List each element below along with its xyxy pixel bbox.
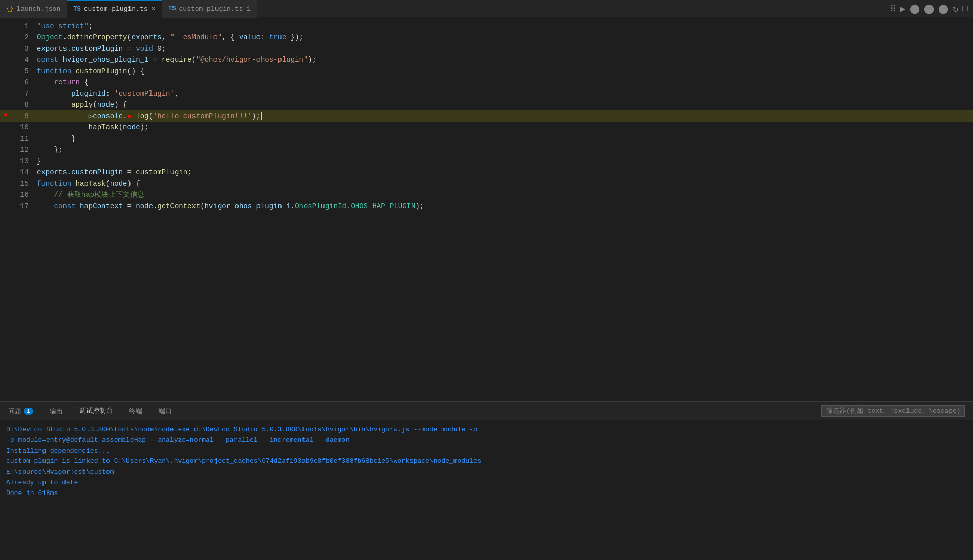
- panel-tab-label-terminal: 终端: [129, 407, 142, 416]
- panel-tab-label-ports: 端口: [159, 407, 172, 416]
- line-content-6: return {: [37, 77, 973, 88]
- token: function: [37, 67, 71, 75]
- code-line-2: 2Object.defineProperty(exports, "__esMod…: [0, 32, 973, 43]
- line-content-1: "use strict";: [37, 20, 973, 32]
- line-content-9: ▷console.● log('hello customPlugin!!!');: [37, 110, 973, 122]
- debug-breakpoint-9: ●: [4, 110, 8, 119]
- code-line-4: 4const hvigor_ohos_plugin_1 = require("@…: [0, 54, 973, 65]
- token: (: [200, 202, 204, 210]
- panel-line: -p module=entry@default assembleHap --an…: [6, 435, 967, 446]
- token: ,: [175, 89, 179, 98]
- token: return: [54, 78, 80, 86]
- token: .: [67, 168, 71, 176]
- tab-label-launch-json: launch.json: [16, 5, 60, 13]
- token: OhosPluginId: [295, 202, 347, 210]
- toolbar-icon-7[interactable]: □: [962, 4, 968, 14]
- panel-content: D:\DevEco Studio 5.0.3.800\tools\node\no…: [0, 420, 973, 560]
- panel-line: Done in 618ms: [6, 488, 967, 499]
- tab-custom-plugin-ts[interactable]: TS custom-plugin.ts ×: [67, 0, 162, 18]
- toolbar-icon-2[interactable]: ▶: [900, 3, 906, 14]
- panel-tab-terminal[interactable]: 终端: [121, 402, 150, 420]
- code-line-10: 10 hapTask(node);: [0, 122, 973, 133]
- token: .: [291, 202, 295, 210]
- breakpoint-area-9[interactable]: ●: [0, 110, 11, 119]
- token: =: [123, 44, 136, 53]
- line-content-3: exports.customPlugin = void 0;: [37, 43, 973, 54]
- token: hapTask: [76, 180, 106, 188]
- line-content-8: apply(node) {: [37, 99, 973, 110]
- toolbar-right: ⠿ ▶ ⬤ ⬤ ⬤ ↻ □: [884, 3, 974, 14]
- token: [37, 89, 71, 98]
- line-content-13: }: [37, 155, 973, 167]
- line-content-4: const hvigor_ohos_plugin_1 = require("@o…: [37, 54, 973, 65]
- token: customPlugin: [71, 168, 123, 176]
- panel-line: Installing dependencies...: [6, 446, 967, 457]
- token: [37, 101, 71, 109]
- token: hapContext: [80, 202, 123, 210]
- line-number-3: 3: [11, 43, 37, 54]
- tab-custom-plugin-ts-1[interactable]: TS custom-plugin.ts 1: [162, 0, 257, 18]
- filter-input[interactable]: [821, 405, 965, 417]
- panel-tabs: 问题 1 输出 调试控制台 终端 端口: [0, 402, 973, 420]
- toolbar-icon-1[interactable]: ⠿: [890, 3, 896, 14]
- code-line-17: 17 const hapContext = node.getContext(hv…: [0, 200, 973, 212]
- token: () {: [127, 67, 144, 75]
- line-number-15: 15: [11, 178, 37, 189]
- tab-label-custom-plugin-ts: custom-plugin.ts: [84, 5, 148, 13]
- token: void: [136, 44, 153, 53]
- panel-tab-problems[interactable]: 问题 1: [0, 402, 41, 420]
- token: 'customPlugin': [114, 89, 175, 98]
- token: customPlugin: [136, 168, 187, 176]
- tab-bar: {} launch.json TS custom-plugin.ts × TS …: [0, 0, 973, 18]
- toolbar-icon-3[interactable]: ⬤: [910, 3, 920, 14]
- line-content-10: hapTask(node);: [37, 122, 973, 133]
- toolbar-icon-4[interactable]: ⬤: [924, 3, 934, 14]
- token: hvigor_ohos_plugin_1: [62, 56, 148, 64]
- token: (: [105, 180, 110, 188]
- token: [37, 191, 54, 199]
- tab-launch-json[interactable]: {} launch.json: [0, 0, 67, 18]
- editor-area: 1"use strict";2Object.defineProperty(exp…: [0, 18, 973, 401]
- token: exports: [132, 33, 162, 41]
- code-line-11: 11 }: [0, 133, 973, 144]
- code-line-7: 7 pluginId: 'customPlugin',: [0, 88, 973, 99]
- panel-tab-label-debug: 调试控制台: [79, 406, 113, 415]
- line-number-7: 7: [11, 88, 37, 99]
- token: }: [37, 157, 41, 165]
- token: Object: [37, 33, 62, 41]
- token: :: [105, 89, 114, 98]
- problems-badge: 1: [24, 408, 33, 415]
- token: :: [261, 33, 269, 41]
- code-editor[interactable]: 1"use strict";2Object.defineProperty(exp…: [0, 18, 973, 401]
- panel-filter: [821, 405, 973, 417]
- panel-line: Already up to date: [6, 478, 967, 488]
- line-content-11: }: [37, 133, 973, 144]
- line-number-6: 6: [11, 77, 37, 88]
- token: [71, 180, 75, 188]
- panel-tab-output[interactable]: 输出: [41, 402, 71, 420]
- token: });: [286, 33, 304, 41]
- panel-tab-debug-console[interactable]: 调试控制台: [71, 402, 121, 420]
- token: );: [415, 202, 424, 210]
- panel-tab-label-problems: 问题: [8, 407, 21, 416]
- token: "__esModule": [170, 33, 222, 41]
- toolbar-icon-5[interactable]: ⬤: [938, 3, 948, 14]
- close-icon-1[interactable]: ×: [150, 5, 156, 13]
- token: node: [110, 180, 127, 188]
- line-number-2: 2: [11, 32, 37, 43]
- token: hapTask: [89, 123, 119, 131]
- line-number-4: 4: [11, 54, 37, 65]
- line-content-15: function hapTask(node) {: [37, 178, 973, 189]
- token: ;: [89, 22, 93, 30]
- code-line-14: 14exports.customPlugin = customPlugin;: [0, 167, 973, 178]
- toolbar-icon-6[interactable]: ↻: [953, 3, 958, 14]
- token: apply: [71, 101, 93, 109]
- token: function: [37, 180, 71, 188]
- token: getContext: [157, 202, 200, 210]
- panel-tab-ports[interactable]: 端口: [150, 402, 180, 420]
- panel-tab-label-output: 输出: [50, 407, 63, 416]
- code-line-1: 1"use strict";: [0, 20, 973, 32]
- code-line-16: 16 // 获取hap模块上下文信息: [0, 189, 973, 200]
- token: node: [136, 202, 153, 210]
- panel-line: D:\DevEco Studio 5.0.3.800\tools\node\no…: [6, 424, 967, 435]
